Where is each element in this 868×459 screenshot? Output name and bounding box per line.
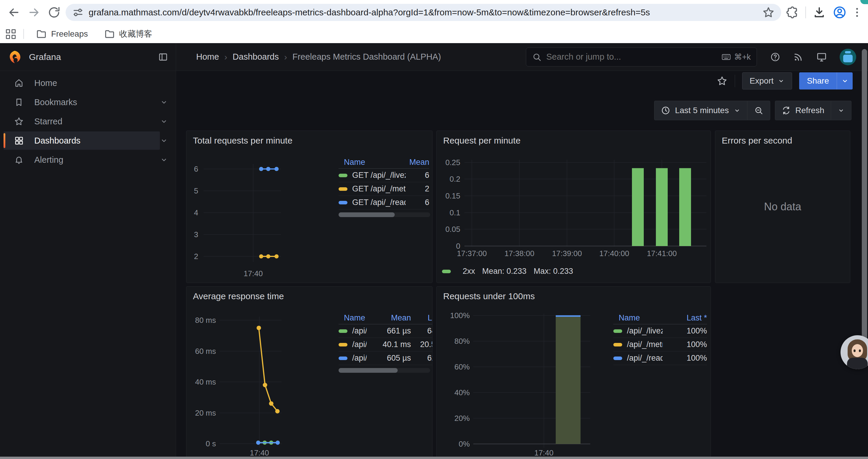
legend-row[interactable]: 2xx Mean: 0.233 Max: 0.233 [442,267,573,276]
search-box[interactable]: ⌘+k [526,47,757,66]
svg-text:0%: 0% [459,439,470,448]
legend-row[interactable]: /api/_/livez661 µs646 [339,324,433,338]
legend-header: NameMean [339,156,429,169]
sidebar-item-alerting[interactable]: Alerting [0,151,176,169]
svg-text:6: 6 [194,165,198,173]
svg-text:17:40: 17:40 [534,448,553,457]
legend-series-name: /api/_/metrics [352,340,367,349]
legend-table: NameMeanLas/api/_/livez661 µs646/api/_/m… [339,312,433,365]
legend-row[interactable]: GET /api/_/livez6 [339,169,429,182]
legend-value: 661 µs [367,326,411,335]
legend-value: 6 [406,171,429,180]
svg-text:17:40:00: 17:40:00 [599,249,629,258]
time-range-picker[interactable]: Last 5 minutes [654,101,747,120]
legend-scrollbar[interactable] [339,368,430,373]
sidebar-item-bookmarks[interactable]: Bookmarks [0,93,176,111]
sidebar-item-home[interactable]: Home [0,74,176,92]
panel-request-per-minute[interactable]: Request per minute 0.250.20.150.10.05017… [436,131,711,283]
refresh-interval-dropdown[interactable] [831,101,851,120]
legend-column-header[interactable]: Name [339,314,367,323]
share-dropdown-button[interactable] [837,72,852,90]
back-icon[interactable] [5,4,23,21]
forward-icon[interactable] [25,4,42,21]
breadcrumb-home[interactable]: Home [196,52,219,62]
star-icon [13,117,24,126]
svg-text:80 ms: 80 ms [195,316,216,325]
legend-scrollbar[interactable] [339,212,430,217]
monitor-icon[interactable] [816,52,827,63]
panel-requests-under-100ms[interactable]: Requests under 100ms 100%80%60%40%20%0%1… [436,286,711,459]
svg-text:0.05: 0.05 [445,225,460,234]
browser-menu-icon[interactable] [853,8,861,17]
dashboards-grid-icon [13,136,24,145]
legend-column-header[interactable]: Mean [367,314,411,323]
refresh-button[interactable]: Refresh [775,101,831,120]
panel-total-requests-per-minute[interactable]: Total requests per minute 6543217:40 Nam… [186,131,433,283]
legend-column-header[interactable]: Mean [406,158,429,167]
panel-title[interactable]: Requests under 100ms [437,287,711,301]
legend-column-header[interactable]: Last * [663,314,707,323]
bookmark-folder-freeleaps[interactable]: Freeleaps [32,27,92,41]
sidebar-toggle-icon[interactable] [158,52,168,62]
export-button[interactable]: Export [742,72,792,90]
chevron-down-icon[interactable] [160,136,168,145]
svg-text:40%: 40% [454,388,470,397]
legend-row[interactable]: /api/_/metrics40.1 ms20.5 r [339,338,433,352]
search-icon [532,52,541,62]
legend-series-name: GET /api/_/readyz [352,198,406,207]
legend-column-header[interactable]: Las [411,314,433,323]
panel-title[interactable]: Errors per second [715,131,850,145]
legend-row[interactable]: GET /api/_/metrics2 [339,182,429,196]
apps-grid-icon[interactable] [6,29,16,39]
legend-series-name: /api/_/livez [627,326,663,335]
panel-title[interactable]: Request per minute [437,131,711,145]
sidebar-item-dashboards[interactable]: Dashboards [0,131,176,150]
legend-series-name: /api/_/readyz [627,354,663,363]
profile-icon[interactable] [833,5,847,20]
refresh-icon [782,106,790,115]
panel-title[interactable]: Average response time [186,287,432,301]
bookmark-label: Freeleaps [51,29,88,39]
legend-row[interactable]: /api/_/readyz605 µs620 [339,352,433,365]
zoom-out-button[interactable] [747,101,770,120]
panel-errors-per-second[interactable]: Errors per second No data [715,131,850,283]
breadcrumb-dashboards[interactable]: Dashboards [232,52,279,62]
folder-icon [36,28,47,40]
grafana-app: Grafana Home › Dashboards › Freeleaps Me… [0,43,868,459]
address-bar[interactable] [66,4,781,21]
grafana-logo[interactable] [8,50,21,64]
help-icon[interactable] [770,52,780,62]
clock-icon [661,106,670,115]
bookmark-icon [13,97,24,107]
bookmark-star-icon[interactable] [762,6,775,19]
share-button[interactable]: Share [799,72,837,90]
legend-row[interactable]: GET /api/_/readyz6 [339,196,429,209]
chevron-down-icon[interactable] [160,117,168,126]
legend-row[interactable]: /api/_/metrics100% [613,338,707,352]
chevron-down-icon[interactable] [160,98,168,106]
search-shortcut: ⌘+k [721,52,751,62]
legend-row[interactable]: /api/_/livez100% [613,324,707,338]
bookmark-folder-blogs[interactable]: 收藏博客 [100,27,157,41]
favorite-star-icon[interactable] [716,75,728,87]
download-icon[interactable] [812,6,826,19]
site-settings-icon[interactable] [72,6,84,18]
panel-average-response-time[interactable]: Average response time 80 ms60 ms40 ms20 … [186,286,433,459]
url-input[interactable] [89,7,757,18]
extensions-icon[interactable] [786,6,799,19]
search-input[interactable] [546,52,716,62]
sidebar-item-starred[interactable]: Starred [0,112,176,131]
grafana-brand[interactable]: Grafana [29,52,61,62]
scrollbar-thumb[interactable] [862,49,867,343]
legend-column-header[interactable]: Name [339,158,406,167]
reload-icon[interactable] [45,4,63,21]
legend-row[interactable]: /api/_/readyz100% [613,352,707,365]
chevron-down-icon[interactable] [160,156,168,164]
news-rss-icon[interactable] [793,52,804,62]
legend-column-header[interactable]: Name [613,314,663,323]
panel-title[interactable]: Total requests per minute [186,131,432,145]
user-avatar[interactable] [840,49,856,65]
bell-icon [13,155,24,165]
extension-corner-badge [860,0,868,4]
legend-header: NameMeanLas [339,312,433,324]
